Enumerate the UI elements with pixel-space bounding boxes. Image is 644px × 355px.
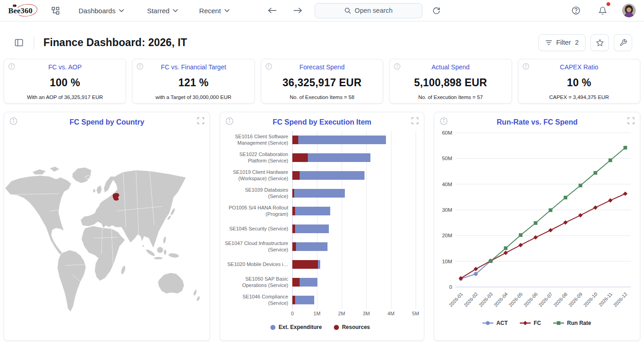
- info-icon[interactable]: [440, 117, 448, 127]
- kpi-footnote: No. of Execution Items = 57: [418, 94, 483, 100]
- user-avatar[interactable]: [622, 4, 636, 17]
- series-line-run-rate: [491, 148, 625, 261]
- kpi-value: 121 %: [179, 77, 209, 89]
- info-icon[interactable]: [523, 63, 529, 72]
- expand-icon[interactable]: [628, 117, 634, 126]
- panel-fc-spend-by-execution-item: FC Spend by Execution Item SE1016 Client…: [220, 112, 424, 341]
- workspace-hierarchy-icon[interactable]: [48, 4, 62, 17]
- search-placeholder: Open search: [355, 7, 393, 14]
- kpi-card-fc-vs-financial-target[interactable]: FC vs. Financial Target 121 % with a Tar…: [132, 59, 254, 104]
- marker-square: [504, 246, 507, 250]
- bar-segment-resources[interactable]: [292, 278, 300, 287]
- kpi-card-capex-ratio[interactable]: CAPEX Ratio 10 % CAPEX = 3,494,375 EUR: [518, 59, 640, 104]
- legend-dot: [334, 325, 339, 330]
- y-axis-tick-label: 50M: [442, 156, 452, 161]
- sidebar-toggle-button[interactable]: [12, 36, 26, 49]
- legend-item-ext-expenditure[interactable]: Ext. Expenditure: [270, 324, 322, 330]
- marker-square: [594, 171, 597, 175]
- kpi-title: Actual Spend: [432, 63, 470, 71]
- bell-icon: [598, 6, 607, 15]
- filter-count: 2: [575, 39, 579, 46]
- marker-diamond: [608, 198, 612, 203]
- menu-starred[interactable]: Starred: [147, 7, 178, 15]
- kpi-card-forecast-spend[interactable]: Forecast Spend 36,325,917 EUR No. of Exe…: [261, 59, 383, 104]
- menu-dashboards-label: Dashboards: [79, 7, 116, 15]
- menu-dashboards[interactable]: Dashboards: [79, 7, 124, 15]
- legend-label: Ext. Expenditure: [279, 324, 322, 330]
- filter-button[interactable]: Filter 2: [538, 34, 586, 51]
- expand-icon[interactable]: [412, 117, 418, 126]
- forward-arrow-button[interactable]: [291, 4, 305, 17]
- back-arrow-button[interactable]: [265, 4, 279, 17]
- bar-segment-resources[interactable]: [292, 136, 298, 144]
- panel-run-rate-vs-fc-spend: Run-Rate vs. FC Spend 010M20M30M40M50M60…: [434, 112, 640, 341]
- x-axis-tick-label: 2M: [338, 311, 345, 316]
- top-navbar: Bee360 Dashboards Starred Recent Open se…: [0, 0, 644, 21]
- refresh-button[interactable]: [430, 4, 443, 17]
- help-button[interactable]: [569, 4, 583, 17]
- menu-recent[interactable]: Recent: [199, 7, 230, 15]
- settings-wrench-button[interactable]: [614, 34, 632, 51]
- bar-segment-ext-expenditure[interactable]: [308, 153, 370, 162]
- y-axis-tick-label: 20M: [442, 233, 452, 238]
- panel-fc-spend-by-country: FC Spend by Country: [4, 112, 210, 341]
- kpi-value: 36,325,917 EUR: [283, 77, 362, 89]
- bar-segment-ext-expenditure[interactable]: [318, 260, 320, 269]
- x-axis-tick-label: 2026-03: [478, 291, 494, 308]
- panel-title: FC Spend by Country: [4, 118, 210, 126]
- marker-square: [549, 209, 552, 212]
- world-landmass: [5, 167, 201, 312]
- y-axis-tick-label: 10M: [442, 259, 452, 264]
- kpi-card-fc-vs-aop[interactable]: FC vs. AOP 100 % With an AOP of 36,325,9…: [4, 59, 126, 104]
- kpi-footnote: with a Target of 30,000,000 EUR: [156, 94, 232, 100]
- marker-square: [579, 183, 582, 187]
- bar-segment-ext-expenditure[interactable]: [296, 242, 328, 251]
- bar-segment-ext-expenditure[interactable]: [294, 189, 345, 198]
- kpi-card-actual-spend[interactable]: Actual Spend 5,100,898 EUR No. of Execut…: [389, 59, 512, 104]
- bar-segment-resources[interactable]: [292, 242, 296, 251]
- bar-segment-resources[interactable]: [292, 171, 300, 180]
- expand-icon[interactable]: [197, 117, 204, 126]
- marker-diamond: [578, 213, 583, 218]
- bee360-logo[interactable]: Bee360: [8, 4, 37, 17]
- legend-item-run-rate[interactable]: Run Rate: [553, 320, 591, 326]
- chevron-down-icon: [119, 9, 124, 12]
- x-axis-tick-label: 4M: [387, 311, 394, 316]
- bar-segment-ext-expenditure[interactable]: [295, 207, 330, 215]
- legend-marker: [520, 320, 531, 326]
- kpi-footnote: CAPEX = 3,494,375 EUR: [549, 94, 609, 100]
- x-axis-tick-label: 2026-09: [567, 291, 583, 308]
- bar-segment-resources[interactable]: [292, 260, 318, 269]
- info-icon[interactable]: [394, 63, 401, 72]
- info-icon[interactable]: [265, 63, 272, 72]
- x-axis-tick-label: 0: [291, 311, 294, 316]
- bar-category-label: SE1019 Client Hardware (Workspace) (Serv…: [225, 167, 292, 184]
- y-axis-tick-label: 40M: [442, 182, 452, 187]
- legend-item-resources[interactable]: Resources: [334, 324, 370, 330]
- bar-category-label: PO1005 S/4 HANA Rollout (Program): [225, 202, 292, 220]
- bar-segment-ext-expenditure[interactable]: [295, 296, 314, 304]
- notifications-button[interactable]: [596, 4, 609, 17]
- info-icon[interactable]: [137, 63, 143, 72]
- legend-item-act[interactable]: ACT: [482, 320, 508, 326]
- bar-segment-ext-expenditure[interactable]: [300, 171, 364, 180]
- bar-segment-ext-expenditure[interactable]: [298, 136, 386, 144]
- bar-segment-ext-expenditure[interactable]: [300, 278, 317, 287]
- info-icon[interactable]: [226, 117, 233, 127]
- marker-square: [534, 221, 538, 225]
- kpi-footnote: With an AOP of 36,325,917 EUR: [27, 94, 103, 100]
- info-icon[interactable]: [10, 117, 17, 127]
- line-chart[interactable]: 010M20M30M40M50M60M2026-012026-022026-03…: [434, 126, 640, 326]
- bar-segment-ext-expenditure[interactable]: [295, 224, 329, 233]
- marker-square: [608, 158, 612, 162]
- header-divider: [34, 36, 34, 49]
- info-icon[interactable]: [8, 63, 15, 72]
- open-search-input[interactable]: Open search: [315, 3, 422, 18]
- bar-chart[interactable]: SE1016 Client Software Management (Servi…: [220, 126, 424, 330]
- star-icon: [596, 39, 604, 47]
- favorite-button[interactable]: [591, 34, 609, 51]
- bar-category-label: SE1022 Collaboration Platform (Service): [225, 149, 292, 167]
- legend-item-fc[interactable]: FC: [520, 320, 541, 326]
- bar-segment-resources[interactable]: [292, 153, 308, 162]
- world-map[interactable]: [4, 138, 210, 336]
